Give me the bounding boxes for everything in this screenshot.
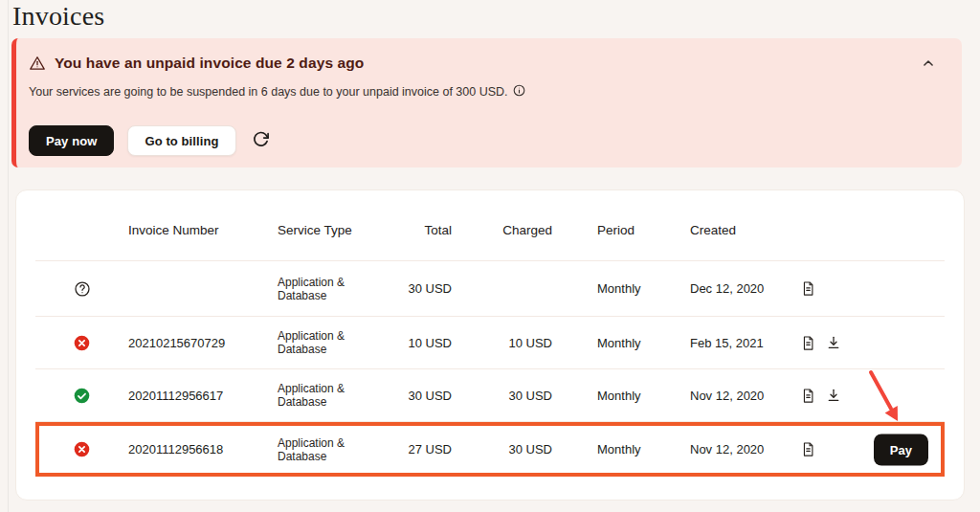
table-body: Application & Database30 USDMonthlyDec 1… xyxy=(35,260,945,477)
actions-cell xyxy=(793,280,945,297)
total-cell: 10 USD xyxy=(396,336,452,350)
alert-body-text: Your services are going to be suspended … xyxy=(29,85,508,99)
service-type-cell: Application & Database xyxy=(278,436,396,463)
chevron-up-icon xyxy=(922,56,935,73)
col-created: Created xyxy=(683,223,793,237)
info-tooltip-button[interactable] xyxy=(513,84,525,100)
invoice-document-icon[interactable] xyxy=(801,280,815,297)
period-cell: Monthly xyxy=(552,389,683,403)
invoice-table-row: 20201112956617Application & Database30 U… xyxy=(35,368,945,421)
col-invoice-number: Invoice Number xyxy=(128,223,278,237)
pay-now-button[interactable]: Pay now xyxy=(29,125,114,156)
created-cell: Feb 15, 2021 xyxy=(683,336,793,350)
alert-collapse-button[interactable] xyxy=(916,52,941,77)
status-failed-icon xyxy=(74,441,90,457)
total-cell: 30 USD xyxy=(396,389,452,403)
status-unknown-icon xyxy=(74,280,91,298)
actions-cell: Pay xyxy=(793,441,945,457)
invoice-table-row: Application & Database30 USDMonthlyDec 1… xyxy=(35,260,945,316)
page-title: Invoices xyxy=(12,1,104,32)
refresh-button[interactable] xyxy=(250,128,272,153)
actions-cell xyxy=(793,388,945,404)
info-circle-icon xyxy=(513,84,525,100)
refresh-icon xyxy=(252,130,270,151)
invoice-table-row: 20210215670729Application & Database10 U… xyxy=(35,316,945,368)
period-cell: Monthly xyxy=(552,336,683,350)
charged-cell: 10 USD xyxy=(452,336,552,350)
unpaid-invoice-alert: You have an unpaid invoice due 2 days ag… xyxy=(11,38,962,167)
warning-triangle-icon xyxy=(29,55,46,72)
total-cell: 30 USD xyxy=(396,281,452,296)
service-type-cell: Application & Database xyxy=(278,382,396,409)
service-type-cell: Application & Database xyxy=(278,329,396,356)
charged-cell: 30 USD xyxy=(452,442,552,456)
status-paid-icon xyxy=(74,388,90,404)
invoice-download-icon[interactable] xyxy=(826,335,841,350)
table-header-row: Invoice NumberService TypeTotalChargedPe… xyxy=(35,190,945,260)
col-charged: Charged xyxy=(452,223,552,237)
created-cell: Dec 12, 2020 xyxy=(683,281,793,296)
go-to-billing-button[interactable]: Go to billing xyxy=(127,125,235,156)
actions-cell xyxy=(793,335,945,351)
col-total: Total xyxy=(396,223,452,237)
page-left-divider xyxy=(8,0,9,512)
col-period: Period xyxy=(552,223,683,237)
invoice-table-row: 20201112956618Application & Database27 U… xyxy=(35,421,945,477)
created-cell: Nov 12, 2020 xyxy=(683,442,793,456)
invoice-number-cell: 20201112956618 xyxy=(128,442,278,456)
row-pay-button[interactable]: Pay xyxy=(874,434,928,465)
service-type-cell: Application & Database xyxy=(278,276,396,302)
period-cell: Monthly xyxy=(552,442,683,456)
invoice-download-icon[interactable] xyxy=(826,388,841,403)
invoice-number-cell: 20210215670729 xyxy=(128,336,278,350)
invoice-document-icon[interactable] xyxy=(801,441,815,457)
total-cell: 27 USD xyxy=(396,442,452,456)
period-cell: Monthly xyxy=(552,281,683,296)
charged-cell: 30 USD xyxy=(452,389,552,403)
invoice-document-icon[interactable] xyxy=(801,388,815,404)
alert-title: You have an unpaid invoice due 2 days ag… xyxy=(55,55,364,72)
col-service-type: Service Type xyxy=(278,223,396,237)
invoices-table-card: Invoice NumberService TypeTotalChargedPe… xyxy=(15,189,965,501)
status-failed-icon xyxy=(74,335,90,351)
invoice-document-icon[interactable] xyxy=(801,335,815,351)
created-cell: Nov 12, 2020 xyxy=(683,389,793,403)
invoice-number-cell: 20201112956617 xyxy=(128,389,278,403)
